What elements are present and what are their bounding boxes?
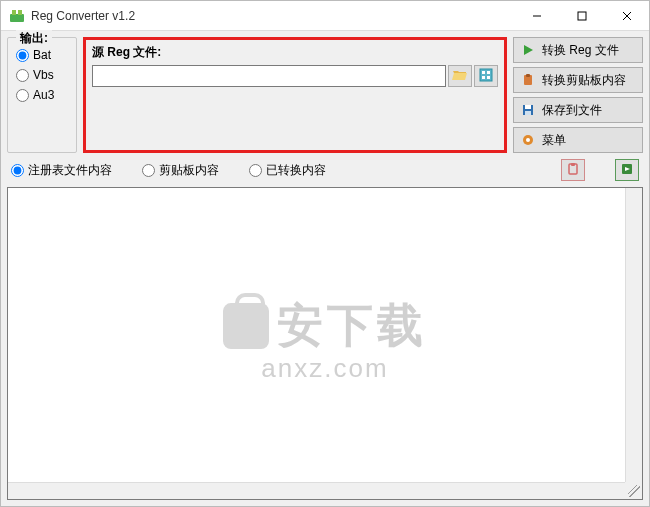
- tab-clipboard-content[interactable]: 剪贴板内容: [142, 162, 219, 179]
- svg-rect-13: [526, 74, 530, 77]
- convert-reg-button[interactable]: 转换 Reg 文件: [513, 37, 643, 63]
- svg-rect-10: [482, 76, 485, 79]
- svg-rect-11: [487, 76, 490, 79]
- maximize-button[interactable]: [559, 1, 604, 30]
- svg-rect-2: [18, 10, 22, 15]
- close-button[interactable]: [604, 1, 649, 30]
- source-file-input[interactable]: [92, 65, 446, 87]
- radio-reg-content[interactable]: [11, 164, 24, 177]
- window-body: 输出: Bat Vbs Au3 源 Reg 文件:: [1, 31, 649, 506]
- svg-rect-0: [10, 14, 24, 22]
- action-column: 转换 Reg 文件 转换剪贴板内容 保存到文件: [513, 37, 643, 153]
- convert-clipboard-button[interactable]: 转换剪贴板内容: [513, 67, 643, 93]
- vertical-scrollbar[interactable]: [625, 188, 642, 482]
- menu-label: 菜单: [542, 132, 566, 149]
- editor-area: 安下载 anxz.com: [7, 187, 643, 500]
- svg-rect-20: [571, 163, 575, 166]
- svg-rect-8: [482, 71, 485, 74]
- tab-converted-content-label: 已转换内容: [266, 162, 326, 179]
- window-title: Reg Converter v1.2: [31, 9, 514, 23]
- reg-icon: [479, 68, 493, 85]
- play-icon: [520, 42, 536, 58]
- folder-open-icon: [452, 68, 468, 85]
- tab-clipboard-content-label: 剪贴板内容: [159, 162, 219, 179]
- app-icon: [9, 8, 25, 24]
- menu-button[interactable]: 菜单: [513, 127, 643, 153]
- convert-reg-label: 转换 Reg 文件: [542, 42, 619, 59]
- resize-grip-icon[interactable]: [628, 485, 640, 497]
- output-legend: 输出:: [16, 30, 52, 47]
- output-option-vbs[interactable]: Vbs: [16, 68, 68, 82]
- minimize-button[interactable]: [514, 1, 559, 30]
- tab-reg-content[interactable]: 注册表文件内容: [11, 162, 112, 179]
- scroll-corner: [625, 482, 642, 499]
- horizontal-scrollbar[interactable]: [8, 482, 625, 499]
- output-option-bat[interactable]: Bat: [16, 48, 68, 62]
- output-option-au3[interactable]: Au3: [16, 88, 68, 102]
- content-textarea[interactable]: [8, 188, 642, 499]
- copy-button[interactable]: [561, 159, 585, 181]
- radio-bat-label: Bat: [33, 48, 51, 62]
- execute-button[interactable]: [615, 159, 639, 181]
- source-line: [92, 65, 498, 87]
- svg-rect-9: [487, 71, 490, 74]
- svg-rect-16: [525, 111, 531, 115]
- app-window: Reg Converter v1.2 输出: Bat Vbs: [0, 0, 650, 507]
- output-group: 输出: Bat Vbs Au3: [7, 37, 77, 153]
- save-file-label: 保存到文件: [542, 102, 602, 119]
- radio-au3-label: Au3: [33, 88, 54, 102]
- radio-au3[interactable]: [16, 89, 29, 102]
- source-section: 源 Reg 文件:: [83, 37, 507, 153]
- tab-reg-content-label: 注册表文件内容: [28, 162, 112, 179]
- view-tabs-row: 注册表文件内容 剪贴板内容 已转换内容: [1, 155, 649, 187]
- gear-icon: [520, 132, 536, 148]
- save-icon: [520, 102, 536, 118]
- reg-file-button[interactable]: [474, 65, 498, 87]
- run-icon: [620, 162, 634, 179]
- radio-converted-content[interactable]: [249, 164, 262, 177]
- svg-rect-4: [578, 12, 586, 20]
- radio-clipboard-content[interactable]: [142, 164, 155, 177]
- convert-clipboard-label: 转换剪贴板内容: [542, 72, 626, 89]
- clipboard-convert-icon: [520, 72, 536, 88]
- save-file-button[interactable]: 保存到文件: [513, 97, 643, 123]
- browse-button[interactable]: [448, 65, 472, 87]
- top-row: 输出: Bat Vbs Au3 源 Reg 文件:: [1, 31, 649, 155]
- svg-rect-1: [12, 10, 16, 15]
- titlebar: Reg Converter v1.2: [1, 1, 649, 31]
- radio-vbs-label: Vbs: [33, 68, 54, 82]
- svg-point-18: [526, 138, 530, 142]
- clipboard-icon: [566, 162, 580, 179]
- tab-converted-content[interactable]: 已转换内容: [249, 162, 326, 179]
- svg-rect-15: [525, 105, 531, 109]
- radio-bat[interactable]: [16, 49, 29, 62]
- source-label: 源 Reg 文件:: [92, 44, 498, 61]
- svg-rect-7: [480, 69, 492, 81]
- radio-vbs[interactable]: [16, 69, 29, 82]
